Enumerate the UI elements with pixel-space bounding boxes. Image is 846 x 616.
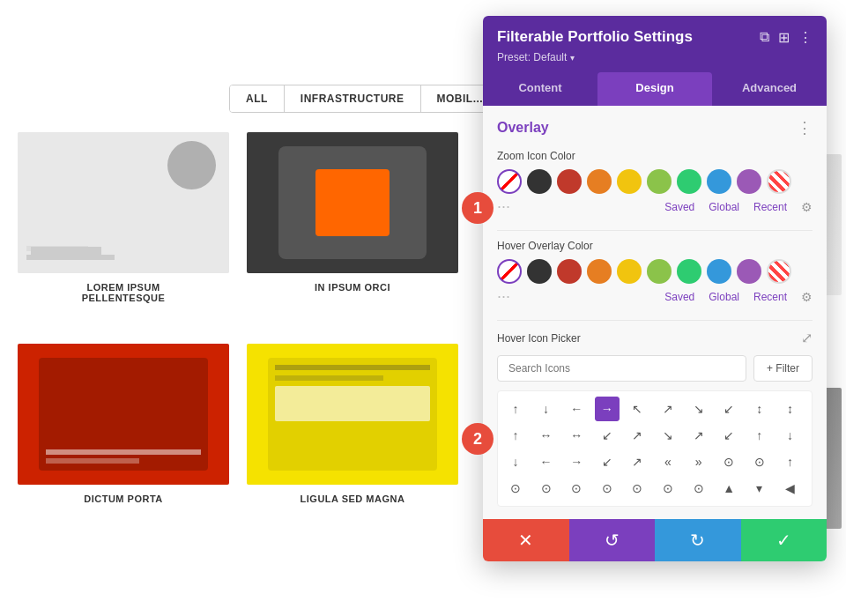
- icon-cell[interactable]: «: [656, 449, 680, 474]
- icon-search-input[interactable]: [497, 355, 746, 382]
- swatch-orange-2[interactable]: [587, 259, 612, 284]
- zoom-recent[interactable]: Recent: [753, 201, 787, 213]
- swatch-yellow-1[interactable]: [617, 169, 642, 194]
- icon-cell[interactable]: ⊙: [716, 449, 741, 474]
- tab-content[interactable]: Content: [483, 72, 597, 106]
- confirm-button[interactable]: ✓: [741, 519, 827, 561]
- icon-cell[interactable]: ↑: [503, 397, 528, 421]
- icon-cell[interactable]: ↓: [777, 423, 802, 448]
- swatch-black-1[interactable]: [527, 169, 552, 194]
- settings-panel: Filterable Portfolio Settings ⧉ ⊞ ⋮ Pres…: [483, 16, 827, 561]
- portfolio-thumb-3: [18, 344, 229, 485]
- icon-cell[interactable]: ←: [534, 449, 559, 474]
- portfolio-item-4[interactable]: LIGULA SED MAGNA: [247, 344, 458, 538]
- icon-cell[interactable]: ▲: [716, 476, 741, 501]
- panel-icon-copy[interactable]: ⧉: [760, 29, 769, 45]
- swatch-purple-1[interactable]: [737, 169, 761, 194]
- icon-cell[interactable]: ↗: [625, 423, 649, 448]
- filter-all[interactable]: ALL: [230, 85, 285, 112]
- swatch-red-2[interactable]: [557, 259, 582, 284]
- icon-cell[interactable]: ⊙: [534, 476, 559, 501]
- icon-cell[interactable]: ↕: [747, 397, 772, 421]
- swatch-purple-2[interactable]: [737, 259, 761, 284]
- icon-cell[interactable]: ⊙: [503, 476, 528, 501]
- icon-filter-button[interactable]: + Filter: [753, 355, 813, 382]
- swatch-blue-1[interactable]: [707, 169, 731, 194]
- icon-picker-expand-icon[interactable]: ⤢: [801, 330, 813, 346]
- icon-cell[interactable]: ↔: [534, 423, 559, 448]
- icon-cell[interactable]: ↙: [595, 423, 620, 448]
- cancel-button[interactable]: ✕: [483, 519, 569, 561]
- zoom-saved[interactable]: Saved: [664, 201, 694, 213]
- zoom-footer-dots[interactable]: ···: [497, 197, 510, 216]
- icon-cell[interactable]: ⊙: [656, 476, 680, 501]
- swatch-lime-1[interactable]: [647, 169, 672, 194]
- hover-saved[interactable]: Saved: [664, 291, 694, 303]
- icon-cell[interactable]: →: [564, 449, 589, 474]
- tab-design[interactable]: Design: [597, 72, 712, 106]
- icon-cell[interactable]: ↙: [595, 449, 620, 474]
- zoom-global[interactable]: Global: [709, 201, 739, 213]
- swatch-lime-2[interactable]: [647, 259, 672, 284]
- hover-recent[interactable]: Recent: [753, 291, 787, 303]
- portfolio-item-3[interactable]: DICTUM PORTA: [18, 344, 229, 538]
- swatch-transparent-2[interactable]: [497, 259, 522, 284]
- hover-global[interactable]: Global: [709, 291, 739, 303]
- icon-cell[interactable]: →: [595, 397, 620, 421]
- hover-footer-dots[interactable]: ···: [497, 287, 510, 306]
- swatch-orange-1[interactable]: [587, 169, 612, 194]
- redo-button[interactable]: ↻: [655, 519, 741, 561]
- icon-cell[interactable]: ↑: [777, 449, 802, 474]
- icon-cell[interactable]: ↗: [625, 449, 649, 474]
- icon-cell[interactable]: ↖: [625, 397, 649, 421]
- filter-bar: ALL INFRASTRUCTURE MOBIL...: [229, 85, 500, 113]
- swatch-stripe-1[interactable]: [767, 169, 791, 194]
- swatch-green-1[interactable]: [677, 169, 701, 194]
- icon-cell[interactable]: ↑: [503, 423, 528, 448]
- panel-icon-more[interactable]: ⋮: [798, 29, 813, 46]
- panel-preset[interactable]: Preset: Default ▾: [497, 51, 813, 63]
- swatch-red-1[interactable]: [557, 169, 582, 194]
- hover-gear-icon[interactable]: ⚙: [801, 290, 813, 304]
- icon-cell[interactable]: ↕: [777, 397, 802, 421]
- tab-advanced[interactable]: Advanced: [712, 72, 827, 106]
- icon-cell[interactable]: ↗: [656, 397, 680, 421]
- icon-cell[interactable]: ⊙: [625, 476, 649, 501]
- icon-cell[interactable]: ↘: [686, 397, 711, 421]
- icon-cell[interactable]: ↔: [564, 423, 589, 448]
- swatch-blue-2[interactable]: [707, 259, 731, 284]
- icon-cell[interactable]: ↓: [534, 397, 559, 421]
- portfolio-item-2[interactable]: IN IPSUM ORCI: [247, 132, 458, 326]
- swatch-stripe-2[interactable]: [767, 259, 791, 284]
- swatch-green-2[interactable]: [677, 259, 701, 284]
- icon-cell[interactable]: ⊙: [595, 476, 620, 501]
- zoom-icon-color-label: Zoom Icon Color: [497, 150, 813, 162]
- icon-cell[interactable]: ▾: [747, 476, 772, 501]
- icon-cell[interactable]: ↓: [503, 449, 528, 474]
- portfolio-thumb-4: [247, 344, 458, 485]
- filter-infrastructure[interactable]: INFRASTRUCTURE: [285, 85, 421, 112]
- icon-cell[interactable]: ↙: [716, 423, 741, 448]
- icon-cell[interactable]: ⊙: [686, 476, 711, 501]
- swatch-yellow-2[interactable]: [617, 259, 642, 284]
- icon-cell[interactable]: ⊙: [564, 476, 589, 501]
- icon-cell[interactable]: ↗: [686, 423, 711, 448]
- overlay-more-icon[interactable]: ⋮: [797, 118, 813, 137]
- icon-cell[interactable]: ⊙: [747, 449, 772, 474]
- icon-cell[interactable]: ◀: [777, 476, 802, 501]
- panel-icon-grid[interactable]: ⊞: [778, 29, 790, 46]
- icon-cell[interactable]: »: [686, 449, 711, 474]
- panel-tabs: Content Design Advanced: [483, 72, 827, 106]
- icon-cell[interactable]: ↙: [716, 397, 741, 421]
- zoom-gear-icon[interactable]: ⚙: [801, 200, 813, 214]
- undo-button[interactable]: ↺: [569, 519, 656, 561]
- swatch-black-2[interactable]: [527, 259, 552, 284]
- icon-cell[interactable]: ↘: [656, 423, 680, 448]
- icon-cell[interactable]: ↑: [747, 423, 772, 448]
- portfolio-thumb-1: [18, 132, 229, 273]
- hover-color-footer: ··· Saved Global Recent ⚙: [497, 287, 813, 306]
- divider-1: [497, 230, 813, 231]
- portfolio-item-1[interactable]: LOREM IPSUMPELLENTESQUE: [18, 132, 229, 326]
- icon-cell[interactable]: ←: [564, 397, 589, 421]
- swatch-transparent-1[interactable]: [497, 169, 522, 194]
